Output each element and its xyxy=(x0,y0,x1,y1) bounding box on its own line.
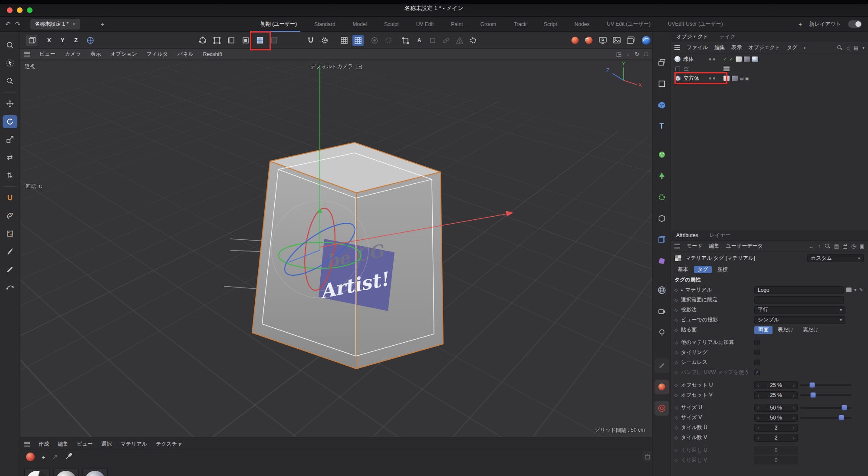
key-diamond-icon[interactable]: ◇ xyxy=(674,288,681,292)
key-diamond-icon[interactable]: ◇ xyxy=(674,327,681,332)
viewport-menu-camera[interactable]: カメラ xyxy=(65,50,81,58)
material-menu-material[interactable]: マテリアル xyxy=(121,440,147,448)
edit-material-icon[interactable]: ✎ xyxy=(859,287,863,293)
edges-mode-icon[interactable] xyxy=(226,35,237,46)
axis-swap-icon[interactable]: ⇄ xyxy=(3,151,17,164)
viewport-pan-icon[interactable]: ◳ xyxy=(616,51,621,57)
coordinate-system-icon[interactable] xyxy=(85,35,96,46)
points-paint-icon[interactable] xyxy=(3,227,17,240)
new-material-button[interactable] xyxy=(26,453,35,461)
eyedropper-icon[interactable] xyxy=(65,453,72,462)
render-view-icon[interactable] xyxy=(569,35,581,46)
viewport-3d[interactable]: be CG Artist! xyxy=(20,60,652,438)
seamless-checkbox[interactable] xyxy=(754,360,760,365)
wire-cube-icon[interactable] xyxy=(654,232,669,247)
points-mode-icon[interactable] xyxy=(211,35,223,46)
key-diamond-icon[interactable]: ◇ xyxy=(674,393,681,397)
link-icon[interactable] xyxy=(441,35,452,46)
object-name[interactable]: 球体 xyxy=(683,56,694,63)
viewport-menu-options[interactable]: オプション xyxy=(110,50,137,58)
up-icon[interactable]: ↑ xyxy=(818,243,821,249)
layout-tab-nodes[interactable]: Nodes xyxy=(575,21,590,27)
layout-tab-uvedit-user[interactable]: UV Edit (ユーザー) xyxy=(607,20,651,28)
tiles-u-stepper[interactable]: ‹2› xyxy=(754,424,798,432)
key-diamond-icon[interactable]: ◇ xyxy=(674,435,681,440)
minimize-window-button[interactable] xyxy=(17,7,23,13)
layout-tab-standard[interactable]: Standard xyxy=(314,21,335,27)
coordinate-transfer-icon[interactable]: ⇅ xyxy=(3,169,17,182)
layout-tab-sculpt[interactable]: Sculpt xyxy=(384,21,398,27)
material-thumbnail[interactable] xyxy=(53,469,79,476)
key-diamond-icon[interactable]: ◇ xyxy=(674,317,681,322)
quantize-grid-icon[interactable] xyxy=(352,35,364,46)
om-menu-file[interactable]: ファイル xyxy=(687,44,708,51)
tab-objects[interactable]: オブジェクト xyxy=(676,33,708,40)
new-layout-label[interactable]: 新レイアウト xyxy=(809,20,841,28)
om-menu-edit[interactable]: 編集 xyxy=(714,44,725,51)
back-icon[interactable]: ← xyxy=(809,243,814,249)
close-document-icon[interactable]: × xyxy=(72,21,76,27)
plane-icon[interactable] xyxy=(654,76,669,91)
texture-tag-icon[interactable] xyxy=(735,56,742,62)
filter-chevron-icon[interactable]: ▾ xyxy=(862,45,865,50)
model-mode-icon[interactable] xyxy=(197,35,208,46)
layout-tab-track[interactable]: Track xyxy=(513,21,526,27)
tab-takes[interactable]: テイク xyxy=(720,33,736,40)
texture-mode-icon[interactable] xyxy=(254,35,266,46)
om-menu-objects[interactable]: オブジェクト xyxy=(748,44,780,51)
rotate-tool-icon[interactable] xyxy=(3,115,17,128)
material-override-icon[interactable] xyxy=(654,380,669,394)
light-bulb-icon[interactable] xyxy=(654,325,669,340)
viewport-menu-filter[interactable]: フィルタ xyxy=(147,50,168,58)
material-preview-chip-icon[interactable] xyxy=(846,288,852,292)
selection-tag-icon[interactable]: ▤ xyxy=(740,76,743,81)
length-v-stepper[interactable]: ‹50 %› xyxy=(754,414,798,422)
texture-axis-mode-icon[interactable] xyxy=(269,35,280,46)
key-diamond-icon[interactable]: ◇ xyxy=(674,405,681,410)
history-icon[interactable]: ◷ xyxy=(851,243,855,249)
object-name[interactable]: 立方体 xyxy=(684,75,699,82)
lock-icon[interactable] xyxy=(843,245,847,249)
layout-tab-paint[interactable]: Paint xyxy=(451,21,463,27)
length-u-slider[interactable] xyxy=(800,405,852,410)
offset-u-slider[interactable] xyxy=(800,382,852,388)
object-row-null[interactable]: 空 xyxy=(671,64,868,73)
offset-u-stepper[interactable]: ‹25 %› xyxy=(754,381,798,389)
camera-label[interactable]: デフォルトカメラ xyxy=(310,63,362,70)
texture-tag-icon[interactable] xyxy=(731,75,738,81)
key-diamond-icon[interactable]: ◇ xyxy=(674,383,681,387)
key-diamond-icon[interactable]: ◇ xyxy=(674,298,681,302)
attr-menu-edit[interactable]: 編集 xyxy=(709,242,720,250)
point-object-icon[interactable] xyxy=(654,147,669,162)
add-material-checkbox[interactable] xyxy=(754,340,760,345)
axis-z-button[interactable]: Z xyxy=(71,37,81,43)
material-menu-edit[interactable]: 編集 xyxy=(58,440,68,448)
close-window-button[interactable] xyxy=(7,7,13,13)
modeling-settings-icon[interactable] xyxy=(383,35,394,46)
tiling-checkbox[interactable] xyxy=(754,350,760,355)
generator-gear-icon[interactable] xyxy=(654,190,669,205)
brush-tool-icon[interactable] xyxy=(3,245,17,258)
subtab-coordinates[interactable]: 座標 xyxy=(714,266,731,273)
axis-cube-icon[interactable] xyxy=(400,35,411,46)
grid-tag-icon[interactable] xyxy=(723,66,730,72)
redo-icon[interactable]: ↷ xyxy=(15,20,21,28)
scale-tool-icon[interactable] xyxy=(3,133,17,146)
add-layout-button[interactable]: + xyxy=(799,20,802,28)
om-menu-tags[interactable]: タグ xyxy=(787,44,798,51)
auto-switch-icon[interactable]: A xyxy=(414,35,425,46)
key-diamond-icon[interactable]: ◇ xyxy=(674,370,681,375)
material-menu-select[interactable]: 選択 xyxy=(102,440,112,448)
projector-icon[interactable] xyxy=(654,304,669,319)
object-row-sphere[interactable]: 球体 ✓ ✓ xyxy=(671,54,868,64)
tiles-v-stepper[interactable]: ‹2› xyxy=(754,434,798,442)
text-tool-icon[interactable]: T xyxy=(654,119,669,134)
preset-dropdown[interactable]: カスタム▾ xyxy=(807,254,864,262)
restrict-field[interactable] xyxy=(754,296,844,304)
zoom-tool-icon[interactable] xyxy=(3,39,17,52)
deformer-icon[interactable] xyxy=(654,254,669,268)
material-thumbnail[interactable] xyxy=(82,469,108,476)
knife-tool-icon[interactable] xyxy=(3,263,17,276)
delete-material-icon[interactable] xyxy=(642,451,653,462)
layout-tab-startup[interactable]: 初期 (ユーザー) xyxy=(260,20,297,28)
